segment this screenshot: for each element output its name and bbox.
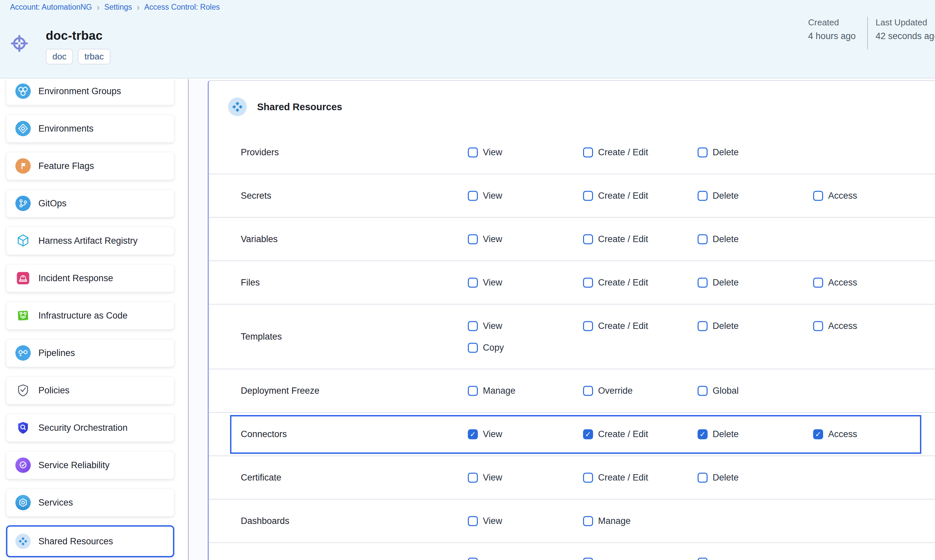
permission-view: View xyxy=(468,516,502,526)
permission-delete: Delete xyxy=(698,147,739,158)
access-checkbox[interactable] xyxy=(813,191,823,201)
chevron-right-icon: › xyxy=(96,3,100,12)
delete-checkbox[interactable] xyxy=(698,234,707,244)
pipelines-icon xyxy=(15,345,31,361)
sidebar-item-incident-response[interactable]: Incident Response xyxy=(6,264,174,292)
table-row-variables: Variables View Create / Edit Delete xyxy=(209,218,935,261)
view-checkbox[interactable] xyxy=(468,147,478,157)
checkbox-label: Create / Edit xyxy=(598,277,648,288)
create-edit-checkbox[interactable] xyxy=(583,429,593,439)
sidebar-item-gitops[interactable]: GitOps xyxy=(6,189,174,217)
table-row-deployment-freeze: Deployment Freeze Manage Override Global xyxy=(209,369,935,413)
manage-checkbox[interactable] xyxy=(468,386,478,396)
sidebar-item-environment-groups[interactable]: Environment Groups xyxy=(6,79,174,105)
create-edit-checkbox[interactable] xyxy=(583,472,593,483)
page-title: doc-trbac xyxy=(46,29,103,43)
manage-checkbox[interactable] xyxy=(583,516,593,526)
create-edit-checkbox[interactable] xyxy=(583,234,593,244)
sidebar-item-label: Policies xyxy=(38,385,69,396)
sidebar-item-environments[interactable]: Environments xyxy=(6,115,174,143)
override-checkbox[interactable] xyxy=(583,386,593,396)
create-edit-checkbox[interactable] xyxy=(583,321,593,331)
permission-create-edit: Create / Edit xyxy=(583,147,648,158)
checkbox-label: Create / Edit xyxy=(598,472,648,483)
breadcrumb-settings-link[interactable]: Settings xyxy=(104,3,132,12)
permission-delete: Delete xyxy=(698,191,739,201)
view-checkbox[interactable] xyxy=(468,516,478,526)
table-row-providers: Providers View Create / Edit Delete xyxy=(209,131,935,174)
checkbox-label: View xyxy=(483,191,502,201)
sidebar-item-services[interactable]: Services xyxy=(6,489,174,517)
sidebar-item-harness-artifact-registry[interactable]: Harness Artifact Registry xyxy=(6,227,174,255)
delete-checkbox[interactable] xyxy=(698,321,707,331)
table-row-templates: Templates View Create / Edit Delete Acce… xyxy=(209,305,935,369)
access-checkbox[interactable] xyxy=(813,429,823,439)
breadcrumb-account-link[interactable]: Account: AutomationNG xyxy=(10,3,92,12)
meta-divider xyxy=(867,17,868,49)
role-target-icon xyxy=(8,32,31,55)
permission-create-edit: Create / Edit xyxy=(583,191,648,201)
view-checkbox[interactable] xyxy=(468,429,478,439)
row-label: Providers xyxy=(241,147,279,158)
checkbox-label: Create / Edit xyxy=(598,321,648,331)
checkbox-label: Manage xyxy=(483,386,515,396)
permission-view: View xyxy=(468,147,502,158)
access-checkbox[interactable] xyxy=(813,321,823,331)
table-row-partial xyxy=(209,543,935,560)
copy-checkbox[interactable] xyxy=(468,343,478,352)
sidebar-item-label: Incident Response xyxy=(38,273,113,283)
create-edit-checkbox[interactable] xyxy=(583,191,593,201)
last-updated-value: 42 seconds ago xyxy=(875,31,935,42)
checkbox-label: View xyxy=(483,234,502,245)
sidebar-item-feature-flags[interactable]: Feature Flags xyxy=(6,152,174,180)
create-edit-checkbox[interactable] xyxy=(583,147,593,157)
permission-view: View xyxy=(468,277,502,288)
checkbox[interactable] xyxy=(468,558,478,560)
delete-checkbox[interactable] xyxy=(698,472,707,483)
sidebar-item-shared-resources[interactable]: Shared Resources xyxy=(6,525,174,557)
checkbox-label: Delete xyxy=(713,321,739,331)
access-checkbox[interactable] xyxy=(813,277,823,288)
delete-checkbox[interactable] xyxy=(698,429,707,439)
permission-manage: Manage xyxy=(583,516,631,526)
create-edit-checkbox[interactable] xyxy=(583,277,593,288)
checkbox-label: Access xyxy=(828,277,857,288)
view-checkbox[interactable] xyxy=(468,234,478,244)
breadcrumb-access-control-roles-link[interactable]: Access Control: Roles xyxy=(144,3,220,12)
delete-checkbox[interactable] xyxy=(698,277,707,288)
view-checkbox[interactable] xyxy=(468,321,478,331)
created-label: Created xyxy=(808,17,856,28)
permission-cell xyxy=(583,558,593,560)
sidebar-gap xyxy=(189,79,208,560)
sidebar-item-label: Pipelines xyxy=(38,348,75,358)
view-checkbox[interactable] xyxy=(468,472,478,483)
sidebar-item-policies[interactable]: Policies xyxy=(6,376,174,405)
checkbox-label: Delete xyxy=(713,429,739,440)
table-row-dashboards: Dashboards View Manage xyxy=(209,500,935,543)
checkbox-label: Delete xyxy=(713,277,739,288)
row-label: Dashboards xyxy=(241,516,289,526)
permission-view: View xyxy=(468,321,502,331)
sidebar-item-service-reliability[interactable]: Service Reliability xyxy=(6,451,174,479)
checkbox[interactable] xyxy=(698,558,707,560)
permission-manage: Manage xyxy=(468,386,515,396)
checkbox-label: Create / Edit xyxy=(598,429,648,440)
sidebar-item-label: Shared Resources xyxy=(38,536,113,547)
services-icon xyxy=(15,495,31,510)
permission-access: Access xyxy=(813,321,857,331)
global-checkbox[interactable] xyxy=(698,386,707,396)
checkbox-label: Access xyxy=(828,191,857,201)
sidebar-item-pipelines[interactable]: Pipelines xyxy=(6,339,174,367)
environment-groups-icon xyxy=(15,83,31,99)
delete-checkbox[interactable] xyxy=(698,147,707,157)
sidebar-item-infrastructure-as-code[interactable]: Infrastructure as Code xyxy=(6,302,174,329)
view-checkbox[interactable] xyxy=(468,191,478,201)
checkbox[interactable] xyxy=(583,558,593,560)
sidebar-item-label: Services xyxy=(38,498,73,508)
delete-checkbox[interactable] xyxy=(698,191,707,201)
artifact-registry-icon xyxy=(15,233,31,248)
page-header: Account: AutomationNG › Settings › Acces… xyxy=(0,0,935,78)
feature-flags-icon xyxy=(15,158,31,174)
sidebar-item-security-orchestration[interactable]: Security Orchestration xyxy=(6,414,174,442)
view-checkbox[interactable] xyxy=(468,277,478,288)
